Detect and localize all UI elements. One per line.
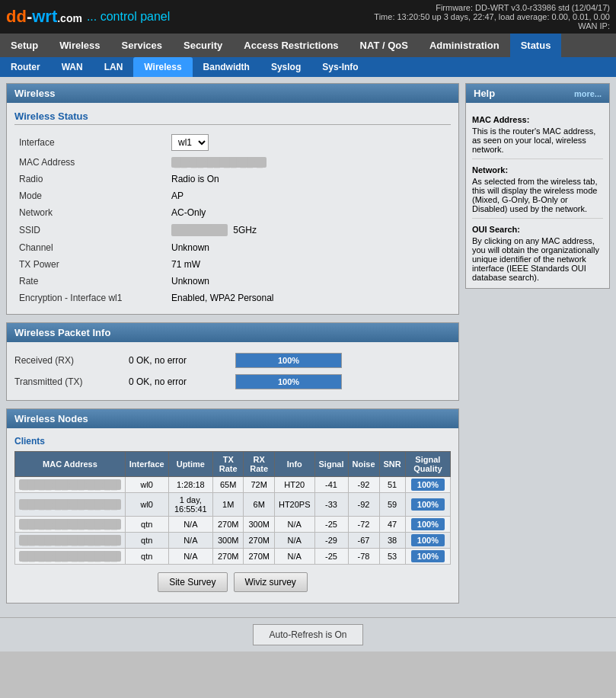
quality-badge: 100% [411,479,445,491]
rate-label: Rate [14,273,167,290]
tx-progress-fill: 100% [236,375,341,389]
col-noise: Noise [348,452,379,477]
channel-label: Channel [14,239,167,256]
wan-ip: WAN IP: [374,21,610,30]
tx-value: 0 OK, no error [129,376,220,387]
help-network-desc: As selected from the wireless tab, this … [472,177,603,213]
table-row: ██:██:██:██:██:██wl01:28:1865M72MHT20-41… [15,477,451,493]
main-nav-services[interactable]: Services [110,34,173,57]
help-title: Help [474,88,495,99]
mac-cell: ██:██:██:██:██:█ [167,154,451,171]
channel-row: Channel Unknown [14,239,451,256]
ssid-row: SSID ████ 5GHz [14,221,451,239]
sub-nav-lan[interactable]: LAN [94,57,134,77]
main-nav-administration[interactable]: Administration [419,34,510,57]
network-row: Network AC-Only [14,204,451,221]
col-quality: Signal Quality [405,452,450,477]
packet-info-header: Wireless Packet Info [7,323,458,342]
network-label: Network [14,204,167,221]
packet-info-section: Wireless Packet Info Received (RX) 0 OK,… [6,322,459,401]
wireless-status-title: Wireless Status [14,110,451,125]
table-row: ██:██:██:██:██:██wl01 day, 16:55:411M6MH… [15,493,451,517]
mac-row: MAC Address ██:██:██:██:██:█ [14,154,451,171]
help-box: Help more... MAC Address: This is the ro… [465,83,610,289]
main-nav-wireless[interactable]: Wireless [49,34,110,57]
network-value: AC-Only [167,204,451,221]
rate-value: Unknown [167,273,451,290]
rx-value: 0 OK, no error [129,355,220,366]
auto-refresh-box: Auto-Refresh is On [253,624,362,645]
col-uptime: Uptime [168,452,212,477]
main-nav-security[interactable]: Security [173,34,233,57]
header: dd-wrt.com ... control panel Firmware: D… [0,0,616,34]
help-oui-desc: By clicking on any MAC address, you will… [472,236,603,282]
sub-nav-sys-info[interactable]: Sys-Info [311,57,369,77]
mode-row: Mode AP [14,187,451,204]
mac-cell: ██:██:██:██:██:██ [19,519,121,530]
clients-header-row: MAC Address Interface Uptime TX Rate RX … [15,452,451,477]
encryption-row: Encryption - Interface wl1 Enabled, WPA2… [14,290,451,306]
rx-progress-fill: 100% [236,354,341,367]
help-divider-2 [472,218,603,219]
wireless-nodes-header: Wireless Nodes [7,409,458,428]
encryption-label: Encryption - Interface wl1 [14,290,167,306]
main-nav-access-restrictions[interactable]: Access Restrictions [233,34,349,57]
rate-row: Rate Unknown [14,273,451,290]
mac-cell: ██:██:██:██:██:██ [19,551,121,562]
table-row: ██:██:██:██:██:██qtnN/A270M300MN/A-25-72… [15,517,451,533]
sub-nav-wireless[interactable]: Wireless [133,57,192,77]
sub-nav: RouterWANLANWirelessBandwidthSyslogSys-I… [0,57,616,77]
ssid-cell: ████ 5GHz [167,221,451,239]
tx-label: Transmitted (TX) [14,376,113,387]
packet-info-content: Received (RX) 0 OK, no error 100% Transm… [7,342,458,400]
radio-row: Radio Radio is On [14,171,451,187]
wireless-section-header: Wireless [7,84,458,103]
channel-value: Unknown [167,239,451,256]
rx-label: Received (RX) [14,355,113,366]
header-info: Firmware: DD-WRT v3.0-r33986 std (12/04/… [374,3,610,30]
main-nav-nat-/-qos[interactable]: NAT / QoS [349,34,419,57]
clients-table: MAC Address Interface Uptime TX Rate RX … [14,451,451,565]
content-wrapper: Wireless Wireless Status Interface wl1 w… [0,77,616,617]
col-interface: Interface [125,452,168,477]
help-header: Help more... [466,84,609,103]
interface-select[interactable]: wl1 wl0 [171,134,209,151]
interface-row: Interface wl1 wl0 [14,131,451,154]
sub-nav-bandwidth[interactable]: Bandwidth [193,57,260,77]
interface-label: Interface [14,131,167,154]
site-survey-button[interactable]: Site Survey [158,572,227,592]
main-nav: SetupWirelessServicesSecurityAccess Rest… [0,34,616,57]
interface-cell: wl1 wl0 [167,131,451,154]
wireless-nodes-section: Wireless Nodes Clients MAC Address Inter… [6,408,459,604]
help-mac-desc: This is the router's MAC address, as see… [472,126,603,154]
firmware-info: Firmware: DD-WRT v3.0-r33986 std (12/04/… [374,3,610,12]
txpower-value: 71 mW [167,256,451,273]
rx-row: Received (RX) 0 OK, no error 100% [14,350,451,371]
wireless-nodes-content: Clients MAC Address Interface Uptime TX … [7,428,458,603]
col-signal: Signal [314,452,348,477]
ssid-blur: ████ [171,224,228,236]
mac-cell: ██:██:██:██:██:██ [19,479,121,490]
txpower-label: TX Power [14,256,167,273]
sub-nav-wan[interactable]: WAN [51,57,94,77]
wireless-section: Wireless Wireless Status Interface wl1 w… [6,83,459,315]
quality-badge: 100% [411,534,445,546]
col-rxrate: RX Rate [244,452,275,477]
wireless-section-content: Wireless Status Interface wl1 wl0 MAC Ad… [7,103,458,314]
main-nav-setup[interactable]: Setup [0,34,49,57]
wiviz-survey-button[interactable]: Wiviz survey [234,572,308,592]
sub-nav-router[interactable]: Router [0,57,51,77]
txpower-row: TX Power 71 mW [14,256,451,273]
col-txrate: TX Rate [212,452,243,477]
mode-value: AP [167,187,451,204]
mac-cell: ██:██:██:██:██:██ [19,499,121,510]
table-row: ██:██:██:██:██:██qtnN/A270M270MN/A-25-78… [15,549,451,565]
quality-badge: 100% [411,550,445,562]
help-more-link[interactable]: more... [574,89,602,98]
col-mac: MAC Address [15,452,126,477]
wireless-status-table: Interface wl1 wl0 MAC Address ██:██:██:█… [14,131,451,306]
main-nav-status[interactable]: Status [510,34,562,57]
time-info: Time: 13:20:50 up 3 days, 22:47, load av… [374,12,610,21]
clients-title: Clients [14,436,451,447]
sub-nav-syslog[interactable]: Syslog [260,57,311,77]
